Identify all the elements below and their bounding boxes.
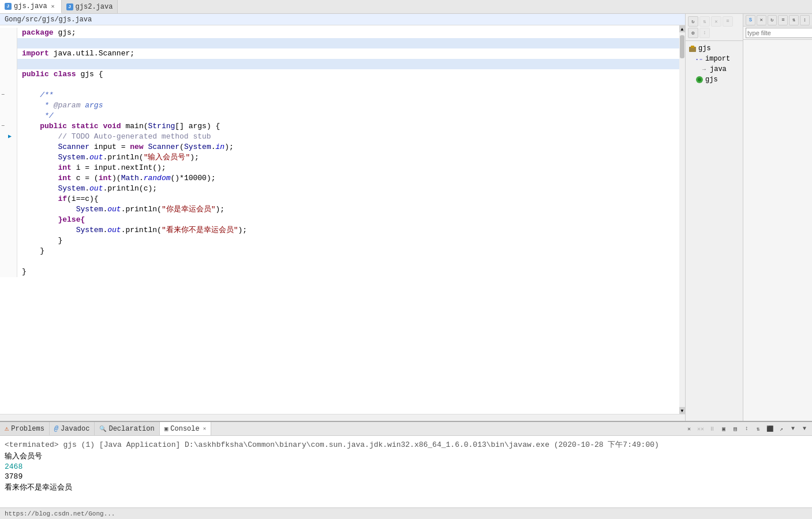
scrollbar-thumb[interactable] bbox=[680, 35, 684, 58]
console-menu-btn[interactable]: ▼ bbox=[788, 424, 798, 434]
code-line-1: package gjs; bbox=[0, 28, 679, 38]
code-line-8: * @param args bbox=[0, 100, 679, 111]
right-toolbar-btn-1[interactable]: ↻ bbox=[688, 16, 698, 27]
code-line-10: − public static void main(String[] args)… bbox=[0, 121, 679, 132]
console-content[interactable]: <terminated> gjs (1) [Java Application] … bbox=[0, 436, 812, 507]
second-panel-expand-btn[interactable]: ↕ bbox=[800, 15, 810, 25]
terminated-text: <terminated> gjs (1) [Java Application] … bbox=[5, 440, 659, 449]
line-code-1: package gjs; bbox=[17, 28, 679, 38]
line-gutter-24 bbox=[0, 267, 17, 277]
scroll-down-arrow[interactable]: ▼ bbox=[679, 407, 685, 414]
console-terminate-all-btn[interactable]: ✕✕ bbox=[695, 424, 706, 434]
code-line-2 bbox=[0, 38, 679, 48]
tab-gjs2-java[interactable]: J gjs2.java bbox=[62, 0, 118, 13]
fold-icon-10[interactable]: − bbox=[1, 121, 5, 132]
horizontal-scrollbar[interactable] bbox=[0, 414, 685, 421]
tree-label-import: import bbox=[705, 55, 730, 63]
right-toolbar-btn-4[interactable]: ≡ bbox=[723, 16, 733, 27]
editor-scrollbar[interactable]: ▲ ▼ bbox=[679, 25, 685, 414]
scrollbar-track[interactable] bbox=[679, 32, 685, 407]
right-toolbar-btn-2[interactable]: ⇅ bbox=[699, 16, 710, 27]
code-line-11: ▶ // TODO Auto-generated method stub bbox=[0, 132, 679, 142]
second-panel-s-btn[interactable]: S bbox=[746, 15, 755, 25]
line-code-13: System.out.println("输入会员号"); bbox=[17, 152, 679, 163]
tree-item-import[interactable]: • = import bbox=[688, 54, 740, 64]
console-close-icon[interactable]: ✕ bbox=[203, 425, 206, 432]
tree-item-java[interactable]: → java bbox=[688, 64, 740, 74]
console-text-2: 2468 bbox=[5, 462, 23, 471]
console-expand-btn[interactable]: ▼ bbox=[799, 424, 810, 434]
console-pin-btn[interactable]: ⬛ bbox=[765, 424, 775, 434]
console-pause-btn[interactable]: ⏸ bbox=[707, 424, 717, 434]
svg-text:• =: • = bbox=[696, 57, 702, 62]
second-panel-menu-btn[interactable]: ≡ bbox=[778, 15, 788, 25]
line-code-18: System.out.println("你是幸运会员"); bbox=[17, 204, 679, 215]
main-content: Gong/src/gjs/gjs.java package gjs; impor… bbox=[0, 14, 812, 421]
code-line-22: } bbox=[0, 246, 679, 256]
tree-label-gjs: gjs bbox=[698, 44, 711, 53]
line-gutter-9 bbox=[0, 111, 17, 121]
tab-problems-label: Problems bbox=[11, 425, 44, 433]
tab-close-icon[interactable]: ✕ bbox=[50, 3, 57, 10]
line-code-12: Scanner input = new Scanner(System.in); bbox=[17, 142, 679, 152]
line-code-8: * @param args bbox=[17, 100, 679, 111]
right-toolbar-btn-6[interactable]: ↕ bbox=[699, 28, 710, 38]
line-code-5: public class gjs { bbox=[17, 69, 679, 80]
breadcrumb: Gong/src/gjs/gjs.java bbox=[0, 14, 685, 25]
import-icon: • = bbox=[695, 54, 704, 64]
line-code-17: if(i==c){ bbox=[17, 194, 679, 204]
console-view-btn[interactable]: ⇅ bbox=[753, 424, 764, 434]
code-line-17: if(i==c){ bbox=[0, 194, 679, 204]
line-code-20: System.out.println("看来你不是幸运会员"); bbox=[17, 225, 679, 236]
tab-javadoc[interactable]: @ Javadoc bbox=[50, 422, 95, 435]
tab-console[interactable]: ▣ Console ✕ bbox=[160, 422, 211, 435]
line-gutter-13 bbox=[0, 152, 17, 163]
line-gutter-21 bbox=[0, 236, 17, 246]
tree-item-gjs-package[interactable]: gjs bbox=[688, 43, 740, 54]
console-scroll-lock-btn[interactable]: ▤ bbox=[730, 424, 740, 434]
code-editor[interactable]: package gjs; import java.util.Scanner; p… bbox=[0, 25, 679, 414]
line-gutter-11: ▶ bbox=[0, 132, 17, 142]
package-icon bbox=[688, 44, 697, 53]
console-clear-btn[interactable]: ▣ bbox=[719, 424, 729, 434]
second-panel-sort-btn[interactable]: ⇅ bbox=[789, 15, 799, 25]
line-gutter-15 bbox=[0, 173, 17, 184]
fold-icon-7[interactable]: − bbox=[1, 90, 5, 100]
bottom-toolbar: ✕ ✕✕ ⏸ ▣ ▤ ↕ ⇅ ⬛ ↗ ▼ ▼ bbox=[684, 422, 812, 435]
svg-point-4 bbox=[698, 78, 701, 81]
gjs-class-icon bbox=[695, 75, 704, 84]
console-word-wrap-btn[interactable]: ↕ bbox=[742, 424, 752, 434]
code-line-9: */ bbox=[0, 111, 679, 121]
console-terminate-btn[interactable]: ✕ bbox=[684, 424, 694, 434]
bookmark-icon-11: ▶ bbox=[8, 132, 12, 142]
line-gutter-8 bbox=[0, 100, 17, 111]
second-panel-close-btn[interactable]: ✕ bbox=[757, 15, 766, 25]
package-explorer: gjs • = import → java gjs bbox=[686, 41, 743, 421]
code-line-5: public class gjs { bbox=[0, 69, 679, 80]
h-scrollbar-inner bbox=[0, 416, 685, 420]
second-panel-refresh-btn[interactable]: ↻ bbox=[768, 15, 777, 25]
second-panel-toolbar: S ✕ ↻ ≡ ⇅ ↕ bbox=[743, 14, 812, 27]
tree-item-gjs-class[interactable]: gjs bbox=[688, 74, 740, 85]
scroll-up-arrow[interactable]: ▲ bbox=[679, 25, 685, 32]
tab-gjs-java[interactable]: J gjs.java ✕ bbox=[0, 0, 62, 13]
tab-problems[interactable]: ⚠ Problems bbox=[0, 422, 50, 435]
code-line-23 bbox=[0, 256, 679, 267]
console-open-btn[interactable]: ↗ bbox=[776, 424, 787, 434]
right-toolbar-btn-5[interactable]: ⚙ bbox=[688, 28, 698, 38]
type-filter-container bbox=[743, 27, 812, 40]
javadoc-icon: @ bbox=[54, 425, 58, 433]
line-code-22: } bbox=[17, 246, 679, 256]
tab-label: gjs.java bbox=[14, 2, 47, 10]
line-gutter-6 bbox=[0, 80, 17, 90]
tree-label-gjs-class: gjs bbox=[705, 76, 718, 84]
right-toolbar-btn-3[interactable]: ✕ bbox=[711, 16, 721, 27]
tab-declaration[interactable]: 🔍 Declaration bbox=[95, 422, 159, 435]
problems-icon: ⚠ bbox=[5, 424, 9, 433]
line-gutter-19 bbox=[0, 215, 17, 225]
line-gutter-5 bbox=[0, 69, 17, 80]
svg-rect-1 bbox=[691, 46, 694, 48]
type-filter-input[interactable] bbox=[746, 28, 812, 38]
editor-area: Gong/src/gjs/gjs.java package gjs; impor… bbox=[0, 14, 685, 421]
console-text-4: 看来你不是幸运会员 bbox=[5, 483, 72, 492]
